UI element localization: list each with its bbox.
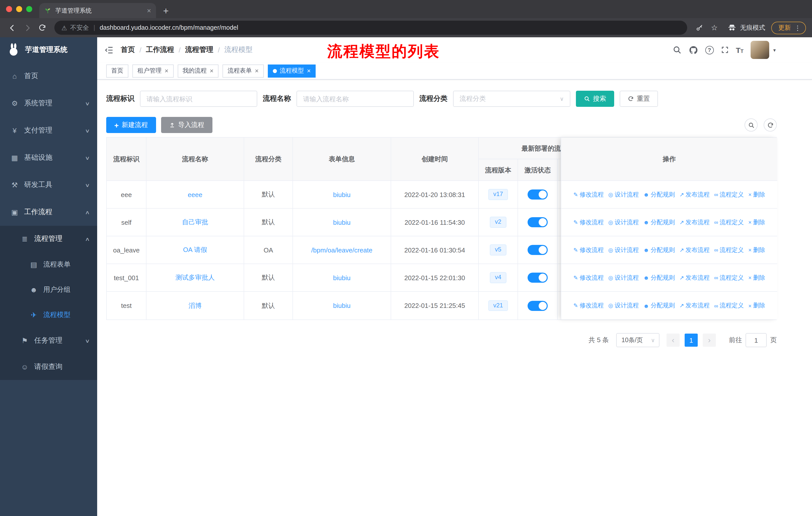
process-definition-link[interactable]: ∞流程定义 [714, 246, 744, 254]
active-toggle[interactable] [528, 273, 548, 283]
current-page-button[interactable]: 1 [685, 333, 698, 347]
process-definition-link[interactable]: ∞流程定义 [714, 190, 744, 199]
avatar[interactable] [751, 41, 769, 59]
refresh-icon[interactable] [764, 118, 777, 132]
assign-rule-link[interactable]: ☻分配规则 [643, 246, 675, 254]
sidebar-item-process-model[interactable]: ✈ 流程模型 [0, 302, 97, 328]
sidebar-item-process-form[interactable]: ▤ 流程表单 [0, 252, 97, 277]
process-name-link[interactable]: eeee [188, 191, 202, 198]
process-category-select[interactable]: 流程分类 ∨ [453, 91, 570, 107]
delete-link[interactable]: ×删除 [748, 190, 765, 199]
help-icon[interactable]: ? [705, 46, 714, 54]
sidebar-item-system-mgmt[interactable]: ⚙ 系统管理 ∨ [0, 90, 97, 117]
process-key-input[interactable] [140, 91, 257, 107]
import-process-button[interactable]: 导入流程 [161, 117, 212, 133]
edit-process-link[interactable]: ✎修改流程 [573, 273, 604, 282]
process-definition-link[interactable]: ∞流程定义 [714, 218, 744, 226]
sidebar-item-infrastructure[interactable]: ▦ 基础设施 ∨ [0, 144, 97, 171]
close-window-button[interactable] [6, 6, 12, 12]
forward-icon[interactable] [20, 21, 34, 35]
assign-rule-link[interactable]: ☻分配规则 [643, 273, 675, 282]
design-process-link[interactable]: ◎设计流程 [608, 273, 639, 282]
active-toggle[interactable] [528, 245, 548, 255]
tag-home[interactable]: 首页 [106, 64, 128, 77]
browser-menu-icon[interactable]: ⋮ [794, 24, 801, 31]
active-toggle[interactable] [528, 189, 548, 199]
sidebar-item-workflow[interactable]: ▣ 工作流程 ∧ [0, 198, 97, 226]
publish-process-link[interactable]: ↗发布流程 [679, 218, 709, 226]
caret-down-icon[interactable]: ▾ [773, 47, 776, 53]
active-toggle[interactable] [528, 301, 548, 311]
bookmark-star-icon[interactable]: ☆ [707, 21, 721, 35]
form-info-link[interactable]: biubiu [333, 302, 350, 309]
create-process-button[interactable]: + 新建流程 [106, 117, 156, 133]
search-icon[interactable] [672, 45, 682, 54]
menu-fold-icon[interactable] [104, 45, 114, 55]
font-size-icon[interactable]: TT [736, 46, 744, 54]
assign-rule-link[interactable]: ☻分配规则 [643, 301, 675, 310]
browser-tab[interactable]: 芋道管理系统 × [39, 3, 156, 18]
edit-process-link[interactable]: ✎修改流程 [573, 301, 604, 310]
update-button[interactable]: 更新 ⋮ [771, 21, 806, 34]
design-process-link[interactable]: ◎设计流程 [608, 190, 639, 199]
process-definition-link[interactable]: ∞流程定义 [714, 273, 744, 282]
prev-page-button[interactable]: ‹ [667, 333, 679, 347]
form-info-link[interactable]: biubiu [333, 191, 350, 198]
process-name-link[interactable]: 测试多审批人 [175, 273, 215, 282]
breadcrumb-item[interactable]: 首页 [121, 45, 135, 54]
form-info-link[interactable]: biubiu [333, 274, 350, 281]
close-icon[interactable]: × [255, 67, 259, 74]
design-process-link[interactable]: ◎设计流程 [608, 301, 639, 310]
zoom-window-button[interactable] [26, 6, 32, 12]
github-icon[interactable] [689, 45, 698, 55]
edit-process-link[interactable]: ✎修改流程 [573, 218, 604, 226]
minimize-window-button[interactable] [16, 6, 22, 12]
sidebar-item-process-mgmt[interactable]: ≣ 流程管理 ∧ [0, 226, 97, 252]
process-name-link[interactable]: 自己审批 [182, 218, 208, 227]
sidebar-item-task-mgmt[interactable]: ⚑ 任务管理 ∨ [0, 328, 97, 354]
back-icon[interactable] [5, 21, 19, 35]
breadcrumb-item[interactable]: 工作流程 [146, 45, 174, 54]
sidebar-logo[interactable]: 芋道管理系统 [0, 37, 97, 62]
publish-process-link[interactable]: ↗发布流程 [679, 190, 709, 199]
form-info-link[interactable]: /bpm/oa/leave/create [311, 246, 373, 254]
tab-close-icon[interactable]: × [147, 6, 151, 15]
goto-page-input[interactable] [746, 333, 767, 347]
search-button[interactable]: 搜索 [576, 91, 614, 107]
tag-tenant-mgmt[interactable]: 租户管理 × [133, 64, 173, 77]
next-page-button[interactable]: › [703, 333, 716, 347]
assign-rule-link[interactable]: ☻分配规则 [643, 218, 675, 226]
active-toggle[interactable] [528, 217, 548, 227]
form-info-link[interactable]: biubiu [333, 218, 350, 226]
design-process-link[interactable]: ◎设计流程 [608, 218, 639, 226]
security-label[interactable]: 不安全 [70, 23, 89, 32]
page-size-select[interactable]: 10条/页 ∨ [616, 333, 660, 347]
toggle-search-icon[interactable] [745, 118, 758, 132]
edit-process-link[interactable]: ✎修改流程 [573, 190, 604, 199]
process-name-link[interactable]: OA 请假 [183, 245, 207, 254]
process-definition-link[interactable]: ∞流程定义 [714, 301, 744, 310]
publish-process-link[interactable]: ↗发布流程 [679, 301, 709, 310]
fullscreen-icon[interactable] [721, 46, 729, 54]
process-name-link[interactable]: 滔博 [188, 301, 202, 310]
delete-link[interactable]: ×删除 [748, 301, 765, 310]
sidebar-item-user-group[interactable]: ☻ 用户分组 [0, 277, 97, 302]
address-bar[interactable]: ⚠ 不安全 | dashboard.yudao.iocoder.cn/bpm/m… [54, 21, 687, 35]
new-tab-button[interactable]: + [163, 6, 169, 16]
sidebar-item-home[interactable]: ⌂ 首页 [0, 62, 97, 90]
delete-link[interactable]: ×删除 [748, 273, 765, 282]
tag-process-model[interactable]: 流程模型 × [268, 64, 316, 77]
publish-process-link[interactable]: ↗发布流程 [679, 273, 709, 282]
tag-process-form[interactable]: 流程表单 × [223, 64, 264, 77]
close-icon[interactable]: × [210, 67, 213, 74]
publish-process-link[interactable]: ↗发布流程 [679, 246, 709, 254]
reset-button[interactable]: 重置 [620, 91, 658, 107]
breadcrumb-item[interactable]: 流程管理 [185, 45, 213, 54]
close-icon[interactable]: × [165, 67, 168, 74]
process-name-input[interactable] [296, 91, 414, 107]
reload-icon[interactable] [35, 21, 49, 35]
tag-my-process[interactable]: 我的流程 × [177, 64, 219, 77]
password-key-icon[interactable] [692, 21, 706, 35]
sidebar-item-payment-mgmt[interactable]: ¥ 支付管理 ∨ [0, 117, 97, 144]
design-process-link[interactable]: ◎设计流程 [608, 246, 639, 254]
